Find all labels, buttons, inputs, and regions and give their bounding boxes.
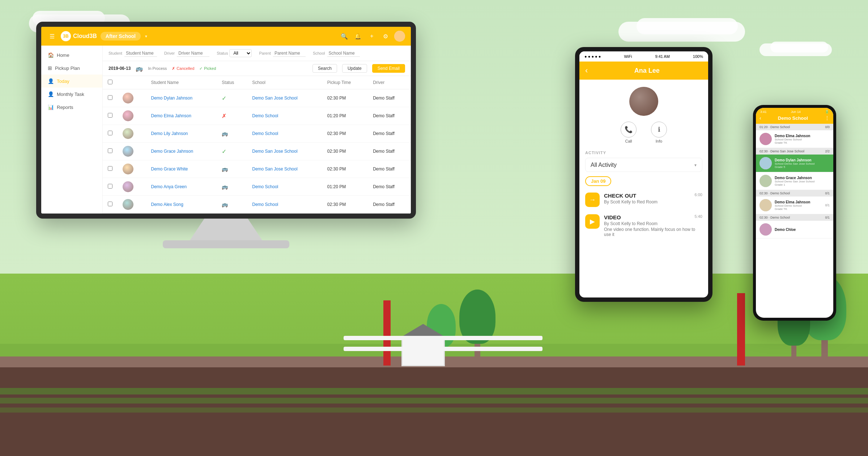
sidebar-item-monthly-task[interactable]: 👤 Monthly Task: [41, 88, 102, 101]
row-checkbox-5[interactable]: [108, 184, 112, 189]
tablet-back-button[interactable]: ‹: [585, 66, 588, 75]
phone-section-1-count: 0/0: [825, 125, 830, 129]
app-body: 🏠 Home ⊞ Pickup Plan 👤 Today 👤 Monthly T…: [41, 46, 411, 214]
filter-bar: Student Driver Status All Parent: [103, 46, 411, 61]
student-name-2[interactable]: Demo Lily Jahnson: [151, 131, 188, 136]
settings-icon[interactable]: ⚙: [380, 31, 391, 41]
student-name-6[interactable]: Demo Alex Song: [151, 202, 183, 207]
row-checkbox-0[interactable]: [108, 95, 112, 100]
filter-driver: Driver: [164, 50, 209, 57]
video-icon: ▶: [585, 214, 600, 229]
phone-list: 01:20 · Demo School 0/0 Demo Elma Jahnso…: [756, 124, 833, 238]
student-avatar-6: [123, 199, 133, 210]
driver-1: Demo Staff: [373, 113, 395, 118]
activity-dropdown-select[interactable]: All Activity: [585, 158, 702, 172]
header-title[interactable]: After School: [101, 32, 141, 41]
plus-icon[interactable]: +: [367, 31, 377, 41]
video-time: 5:40: [695, 214, 702, 219]
tablet: ● ● ● ● ● WiFi 9:41 AM 100% ‹ Ana Lee 📞 …: [575, 47, 712, 302]
app-logo: 3B Cloud3B: [61, 31, 97, 41]
info-action-circle: ℹ: [651, 122, 667, 138]
parent-filter-input[interactable]: [273, 50, 306, 57]
table-row[interactable]: Demo Alex Song🚌Demo School02:30 PMDemo S…: [103, 196, 411, 214]
table-row[interactable]: Demo Grace White🚌Demo San Jose School02:…: [103, 160, 411, 178]
table-row[interactable]: Demo Elma Jahnson✗Demo School01:20 PMDem…: [103, 107, 411, 125]
phone-item-2-grade: Grade 5: [775, 165, 830, 169]
student-filter-label: Student: [109, 51, 122, 55]
phone-item-4-name: Demo Elma Jahnson: [775, 200, 822, 204]
sidebar-item-today[interactable]: 👤 Today: [41, 75, 102, 88]
sidebar-item-pickup-plan[interactable]: ⊞ Pickup Plan: [41, 62, 102, 75]
table-row[interactable]: Demo Lily Jahnson🚌Demo School02:30 PMDem…: [103, 125, 411, 143]
phone-menu-icon[interactable]: ⋮: [825, 115, 830, 121]
activity-item-video: ▶ 5:40 VIDEO By Scott Kelly to Red Room …: [579, 211, 708, 241]
checkout-time: 6:00: [695, 193, 702, 197]
student-name-4[interactable]: Demo Grace White: [151, 166, 188, 172]
row-checkbox-3[interactable]: [108, 148, 112, 153]
phone-avatar-4: [760, 199, 772, 211]
phone-avatar-1: [760, 133, 772, 145]
tablet-screen: ● ● ● ● ● WiFi 9:41 AM 100% ‹ Ana Lee 📞 …: [579, 51, 708, 297]
phone-list-item-2[interactable]: Demo Dylan Jahnson School Demo San Jose …: [756, 155, 833, 172]
row-checkbox-6[interactable]: [108, 202, 112, 206]
send-email-button[interactable]: Send Email: [372, 64, 405, 73]
status-filter-select[interactable]: All: [229, 49, 252, 57]
phone-list-item-5[interactable]: Demo Chloe: [756, 221, 833, 238]
school-filter-input[interactable]: [327, 50, 360, 57]
call-action-button[interactable]: 📞 Call: [621, 122, 637, 143]
phone-section-4: 02:30 · Demo School 0/1: [756, 214, 833, 221]
bell-icon[interactable]: 🔔: [353, 31, 363, 41]
info-action-label: Info: [656, 139, 662, 143]
call-action-label: Call: [625, 139, 632, 143]
table-row[interactable]: Demo Anya Green🚌Demo School01:20 PMDemo …: [103, 178, 411, 196]
phone-item-3-name: Demo Grace Jahnson: [775, 176, 830, 180]
info-action-button[interactable]: ℹ Info: [651, 122, 667, 143]
student-name-3[interactable]: Demo Grace Jahnson: [151, 149, 193, 154]
driver-4: Demo Staff: [373, 166, 395, 172]
phone-list-item-3[interactable]: Demo Grace Jahnson School Demo San Jose …: [756, 172, 833, 190]
row-checkbox-4[interactable]: [108, 166, 112, 171]
table-row[interactable]: Demo Grace Jahnson✓Demo San Jose School0…: [103, 143, 411, 160]
video-title: VIDEO: [604, 214, 702, 220]
phone-list-item-1[interactable]: Demo Elma Jahnson School Demo School Gra…: [756, 130, 833, 148]
row-checkbox-2[interactable]: [108, 131, 112, 135]
sidebar-item-home[interactable]: 🏠 Home: [41, 48, 102, 62]
sidebar-item-reports[interactable]: 📊 Reports: [41, 101, 102, 114]
action-bar: 2019-06-13 🚌 In Process ✗ Cancelled ✓ Pi…: [103, 61, 411, 76]
search-button[interactable]: Search: [312, 64, 337, 73]
user-avatar[interactable]: [394, 31, 405, 42]
phone-avatar-5: [760, 223, 772, 236]
monitor-base: [163, 240, 289, 248]
status-cancelled-1: ✗: [222, 113, 226, 119]
phone-section-2: 02:30 · Demo San Jose School 2/2: [756, 148, 833, 155]
phone-screen: 3:41 Jun 14 🔋 ‹ Demo School ⋮ 01:20 · De…: [756, 108, 833, 318]
select-all-checkbox[interactable]: [108, 80, 112, 84]
student-filter-input[interactable]: [124, 50, 157, 57]
status-picked-0: ✓: [222, 95, 226, 101]
school-2: Demo School: [252, 131, 278, 136]
student-avatar-1: [123, 110, 133, 121]
monitor-screen: ☰ 3B Cloud3B After School ▼ 🔍 🔔 + ⚙ 🏠 Ho…: [36, 22, 416, 219]
cloud-2b: [637, 18, 738, 34]
phone-list-item-4[interactable]: Demo Elma Jahnson School Demo School Gra…: [756, 197, 833, 214]
update-button[interactable]: Update: [342, 64, 367, 73]
student-name-0[interactable]: Demo Dylan Jahnson: [151, 96, 192, 101]
driver-filter-input[interactable]: [177, 50, 209, 57]
tablet-person-name: Ana Lee: [591, 67, 702, 75]
row-checkbox-1[interactable]: [108, 113, 112, 118]
phone-item-1-info: Demo Elma Jahnson School Demo School Gra…: [775, 134, 830, 144]
student-avatar-4: [123, 164, 133, 174]
phone-item-2-info: Demo Dylan Jahnson School Demo San Jose …: [775, 158, 830, 169]
menu-icon[interactable]: ☰: [47, 31, 57, 41]
search-icon[interactable]: 🔍: [339, 31, 349, 41]
post-right: [737, 293, 745, 366]
table-row[interactable]: Demo Dylan Jahnson✓Demo San Jose School0…: [103, 89, 411, 107]
monthly-icon: 👤: [48, 91, 54, 97]
activity-item-checkout: → 6:00 CHECK OUT By Scott Kelly to Red R…: [579, 189, 708, 211]
dropdown-arrow: ▼: [144, 34, 148, 38]
student-name-5[interactable]: Demo Anya Green: [151, 184, 187, 189]
monitor-stand: [190, 219, 262, 240]
phone: 3:41 Jun 14 🔋 ‹ Demo School ⋮ 01:20 · De…: [753, 105, 836, 321]
student-avatar-5: [123, 181, 133, 192]
student-name-1[interactable]: Demo Elma Jahnson: [151, 113, 191, 118]
